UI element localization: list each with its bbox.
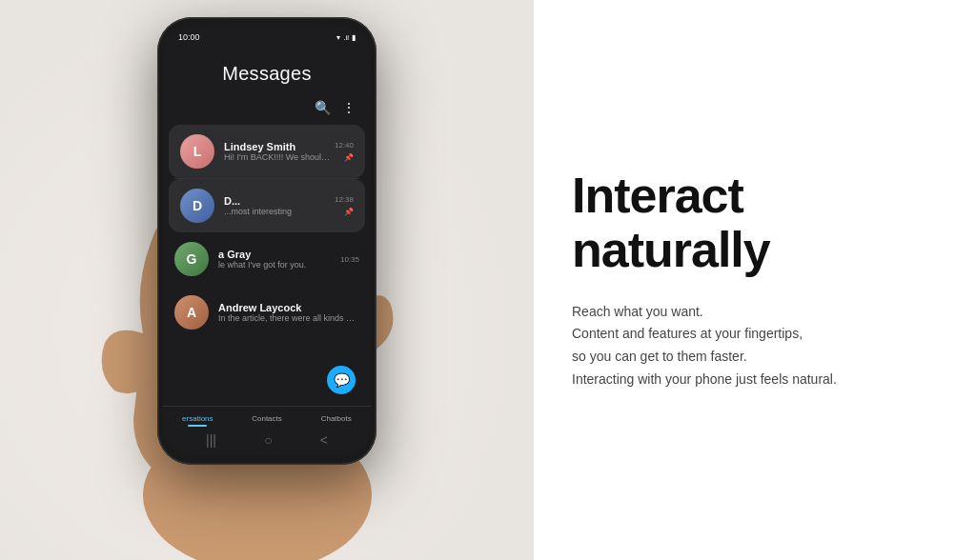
- phone-device: 10:00 ▾ .il ▮ Messages 🔍 ⋮: [157, 17, 376, 465]
- bottom-tabs: ersations Contacts Chatbots: [163, 406, 371, 427]
- conversation-list: L Lindsey Smith Hi! I'm BACK!!!! We shou…: [163, 125, 371, 406]
- status-bar: 10:00 ▾ .il ▮: [163, 27, 371, 44]
- desc-line-1: Reach what you want.: [572, 301, 919, 324]
- avatar: A: [174, 295, 209, 330]
- conv-content: Andrew Laycock In the article, there wer…: [218, 302, 359, 323]
- conv-preview: In the article, there were all kinds of …: [218, 313, 359, 323]
- avatar: L: [180, 134, 214, 169]
- conversation-item[interactable]: G a Gray le what I've got for you. 10:35: [163, 232, 371, 286]
- desc-line-2: Content and features at your fingertips,: [572, 323, 919, 346]
- conv-time: 12:38: [335, 195, 354, 204]
- conv-meta: 12:40 📌: [331, 141, 354, 162]
- conv-name: D...: [224, 195, 331, 207]
- left-section: 10:00 ▾ .il ▮ Messages 🔍 ⋮: [0, 0, 534, 560]
- compose-icon: 💬: [334, 372, 350, 388]
- signal-icon: ▾: [336, 33, 340, 42]
- status-icons: ▾ .il ▮: [336, 33, 356, 42]
- conv-preview: le what I've got for you.: [218, 260, 336, 270]
- tab-conversations[interactable]: ersations: [163, 414, 233, 423]
- compose-fab[interactable]: 💬: [327, 366, 356, 394]
- conversation-item[interactable]: A Andrew Laycock In the article, there w…: [163, 286, 371, 339]
- conv-content: D... ...most interesting: [224, 195, 331, 216]
- pin-icon: 📌: [344, 153, 354, 162]
- conv-preview: Hi! I'm BACK!!!! We should... n up!: [224, 152, 331, 162]
- conv-content: Lindsey Smith Hi! I'm BACK!!!! We should…: [224, 141, 331, 162]
- search-row: 🔍 ⋮: [163, 100, 371, 125]
- conv-time: 10:35: [340, 255, 359, 264]
- conv-name: a Gray: [218, 249, 336, 260]
- more-icon[interactable]: ⋮: [342, 100, 356, 115]
- battery-icon: ▮: [352, 33, 356, 42]
- conv-meta: 10:35: [336, 255, 359, 264]
- desc-line-3: so you can get to them faster.: [572, 346, 919, 369]
- avatar: G: [174, 242, 209, 276]
- conv-name: Lindsey Smith: [224, 141, 331, 152]
- conv-time: 12:40: [335, 141, 354, 150]
- conversation-item[interactable]: L Lindsey Smith Hi! I'm BACK!!!! We shou…: [169, 125, 365, 178]
- search-icon[interactable]: 🔍: [315, 100, 331, 115]
- network-icon: .il: [343, 33, 349, 42]
- tab-chatbots[interactable]: Chatbots: [301, 414, 371, 423]
- conv-name: Andrew Laycock: [218, 302, 359, 313]
- messages-title: Messages: [163, 44, 371, 100]
- recents-button[interactable]: |||: [206, 432, 216, 448]
- tab-contacts[interactable]: Contacts: [233, 414, 302, 423]
- right-section: Interact naturally Reach what you want. …: [534, 0, 976, 560]
- conv-content: a Gray le what I've got for you.: [218, 249, 336, 270]
- tagline-description: Reach what you want. Content and feature…: [572, 301, 919, 391]
- avatar: D: [180, 189, 214, 223]
- status-time: 10:00: [178, 32, 200, 42]
- back-button[interactable]: <: [320, 432, 328, 448]
- home-button[interactable]: ○: [264, 432, 272, 448]
- tagline-title: Interact naturally: [572, 169, 919, 277]
- conv-preview: ...most interesting: [224, 207, 331, 216]
- phone-screen: 10:00 ▾ .il ▮ Messages 🔍 ⋮: [163, 27, 371, 455]
- pin-icon: 📌: [344, 208, 354, 216]
- conv-meta: 12:38 📌: [331, 195, 354, 216]
- conversation-item[interactable]: D D... ...most interesting 12:38 📌: [169, 179, 365, 232]
- desc-line-4: Interacting with your phone just feels n…: [572, 369, 919, 391]
- phone-body: 10:00 ▾ .il ▮ Messages 🔍 ⋮: [157, 17, 376, 465]
- navigation-bar: ||| ○ <: [163, 427, 371, 455]
